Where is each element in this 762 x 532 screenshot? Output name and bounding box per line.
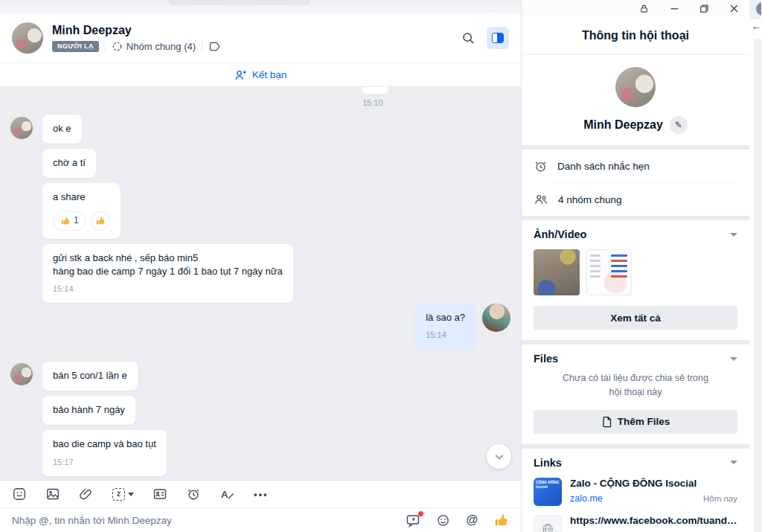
avatar[interactable] [12,22,43,54]
background-window-edge: ← [749,0,761,532]
message-bubble[interactable]: chờ a tí [42,149,96,178]
sticker-icon[interactable] [12,487,27,501]
chat-header: Minh Deepzay NGƯỜI LẠ Nhóm chung (4) [0,13,521,63]
common-groups-link[interactable]: Nhóm chung (4) [112,41,196,52]
add-friend-label: Kết bạn [252,69,287,80]
group-icon [112,41,123,52]
avatar[interactable] [482,304,510,332]
globe-icon [541,522,554,532]
image-icon[interactable] [45,487,60,501]
message-text: bao die camp và bao tụt [53,438,156,451]
stranger-badge: NGƯỜI LẠ [52,41,99,52]
message-list[interactable]: 15:10 ok e chờ a tí a share [0,87,521,480]
groups-icon [534,193,548,206]
message-text: a share [53,191,85,202]
message-time: 15:17 [53,457,156,468]
link-title[interactable]: https://www.facebook.com/tuanduc.tu [570,515,737,526]
quick-message-icon[interactable] [406,513,420,528]
message-bubble[interactable]: a share 1 [42,183,121,238]
link-thumbnail-label: CỘNG ĐỒNG Isocial [536,480,559,490]
message-bubble[interactable]: bán 5 con/1 lần e [42,362,138,391]
svg-text:A: A [221,489,228,500]
message-bubble[interactable]: gửi stk a back nhé , sếp báo min5 hàng b… [42,244,293,304]
files-empty-text: Chưa có tài liệu được chia sẻ trong hội … [534,371,737,400]
message-text: gửi stk a back nhé , sếp báo min5 [53,251,283,265]
chevron-down-icon[interactable] [730,233,737,237]
contact-card-icon[interactable] [153,487,167,501]
window-controls [522,0,749,16]
toggle-info-panel-button[interactable] [487,27,509,49]
link-date: Hôm nay [703,494,737,503]
files-section: Files Chưa có tài liệu được chia sẻ tron… [522,344,749,444]
message-time: 15:14 [53,283,283,295]
background-window-body [754,39,761,532]
avatar[interactable] [10,363,33,385]
reaction-chip[interactable] [91,211,110,231]
add-files-button[interactable]: Thêm Files [534,410,737,434]
chevron-down-icon[interactable] [730,357,737,361]
capture-frame-icon: z [112,488,125,501]
conversation-info-panel: Thông tin hội thoại Minh Deepzay ✎ Danh … [522,0,749,532]
chevron-down-icon[interactable] [730,461,737,464]
composer: @ [0,507,521,532]
more-icon[interactable]: ••• [254,489,269,500]
link-item[interactable]: CỘNG ĐỒNG Isocial Zalo - CỘNG ĐỒNG Isoci… [534,478,737,506]
avatar[interactable] [615,67,656,107]
message-bubble[interactable]: là sao a? 15:14 [415,304,476,350]
contact-name: Minh Deepzay [52,24,457,37]
message-text: chờ a tí [53,157,86,168]
person-add-icon [234,69,247,81]
search-button[interactable] [457,27,479,49]
media-thumbnail[interactable] [586,249,632,295]
reminder-clock-icon [534,159,548,173]
like-icon[interactable] [493,513,509,528]
message-bubble[interactable]: ok e [42,115,82,144]
edit-name-button[interactable]: ✎ [670,116,688,134]
message-input[interactable] [12,515,406,526]
link-url[interactable]: zalo.me [570,493,603,504]
add-friend-bar[interactable]: Kết bạn [0,63,521,87]
chevron-down-icon [128,493,134,496]
time-marker: 15:10 [362,98,383,107]
screen-capture-icon[interactable]: z [112,488,134,501]
message-bubble[interactable]: bảo hành 7 ngày [42,396,135,425]
reaction-chip[interactable]: 1 [53,211,86,231]
divider [202,42,202,52]
file-icon [601,416,612,428]
media-thumbnail[interactable] [534,249,580,295]
incoming-message-group: ok e chờ a tí a share 1 [42,115,293,303]
menu-item-label: Danh sách nhắc hẹn [557,161,650,172]
message-text: là sao a? [426,311,465,324]
menu-item-reminders[interactable]: Danh sách nhắc hẹn [522,150,749,182]
link-item[interactable]: https://www.facebook.com/tuanduc.tu [534,515,737,532]
emoji-icon[interactable] [436,513,450,528]
search-icon [461,31,476,45]
receipt-line [590,265,627,267]
sidebar-toggle-icon [492,33,504,43]
window-titlebar [0,0,521,13]
close-icon[interactable] [729,4,739,13]
minimize-icon[interactable] [670,4,679,13]
avatar[interactable] [10,117,33,139]
reminder-icon[interactable] [186,487,201,501]
pencil-icon: ✎ [675,120,682,130]
menu-item-common-groups[interactable]: 4 nhóm chung [522,183,749,216]
tag-icon[interactable] [208,41,221,52]
restore-icon[interactable] [699,4,709,13]
mention-icon[interactable]: @ [466,514,478,526]
chat-header-meta: Minh Deepzay NGƯỜI LẠ Nhóm chung (4) [52,24,457,52]
message-bubble[interactable]: bao die camp và bao tụt 15:17 [42,430,167,476]
view-all-media-button[interactable]: Xem tất cả [534,306,737,330]
link-title[interactable]: Zalo - CỘNG ĐỒNG Isocial [570,478,737,489]
notification-dot [418,511,423,516]
clipped-message-bubble [362,87,388,94]
panel-title: Thông tin hội thoại [522,16,749,55]
link-thumbnail: CỘNG ĐỒNG Isocial [534,478,562,506]
text-format-icon[interactable]: A [220,487,235,501]
receipt-line [590,270,627,272]
lock-icon[interactable] [638,3,650,14]
scroll-to-bottom-button[interactable] [487,444,511,469]
zalo-window: Minh Deepzay NGƯỜI LẠ Nhóm chung (4) [0,0,762,532]
attach-icon[interactable] [79,487,94,501]
chat-column: Minh Deepzay NGƯỜI LẠ Nhóm chung (4) [0,0,522,532]
